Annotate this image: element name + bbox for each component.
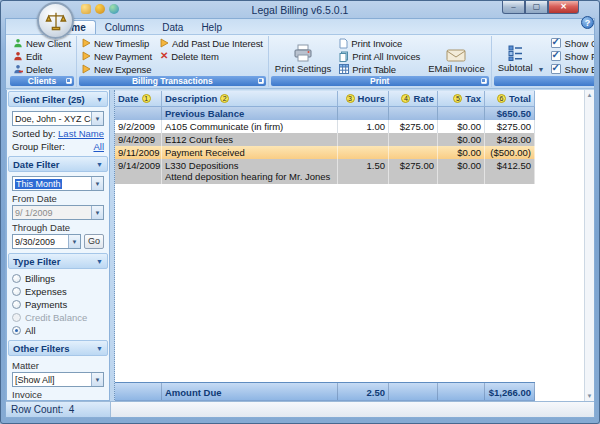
document-icon: [339, 38, 348, 49]
print-invoice-button[interactable]: Print Invoice: [337, 37, 422, 49]
cell-tax: $0.00: [438, 120, 485, 133]
column-header-description[interactable]: Description 2: [162, 91, 338, 106]
group-filter-label: Group Filter:: [12, 141, 65, 152]
close-button[interactable]: ✕: [548, 1, 579, 14]
from-date-field[interactable]: 9/ 1/2009 ▼: [12, 205, 104, 220]
filter-sidebar: Client Filter (25) ▼ Doe, John - XYZ Cor…: [6, 90, 110, 401]
horizontal-scrollbar[interactable]: [111, 402, 594, 417]
ribbon-group-print: Print Settings Print Invoice: [269, 36, 492, 87]
table-row[interactable]: 9/2/2009 A105 Communicate (in firm) 1.00…: [115, 120, 535, 133]
edit-client-button[interactable]: Edit: [11, 50, 73, 62]
tab-help[interactable]: Help: [192, 21, 231, 34]
quick-access-icon-2[interactable]: [95, 4, 105, 14]
cell-rate: $275.00: [389, 120, 438, 133]
client-filter-header[interactable]: Client Filter (25) ▼: [8, 91, 108, 107]
delete-item-button[interactable]: ✕ Delete Item: [158, 50, 265, 62]
delete-client-button[interactable]: Delete: [11, 63, 73, 75]
dropdown-arrow-icon: ▼: [91, 112, 103, 125]
email-invoice-button[interactable]: EMail Invoice: [425, 37, 488, 75]
cell-total: $412.50: [485, 159, 535, 184]
through-date-field[interactable]: 9/30/2009 ▼: [12, 234, 81, 249]
through-date-label: Through Date: [12, 222, 104, 232]
radio-icon: [12, 287, 21, 296]
help-button[interactable]: ?: [581, 16, 594, 29]
cell-date: 9/2/2009: [115, 120, 162, 133]
tab-columns[interactable]: Columns: [96, 21, 153, 34]
cell-hours: [338, 133, 389, 146]
person-edit-icon: [13, 51, 23, 61]
radio-payments[interactable]: Payments: [12, 299, 104, 310]
other-filters-header[interactable]: Other Filters ▼: [8, 340, 108, 356]
scroll-up-icon[interactable]: ▲: [587, 90, 593, 100]
radio-expenses[interactable]: Expenses: [12, 286, 104, 297]
group-caption-print: Print: [271, 76, 489, 86]
checkbox-icon: [551, 64, 561, 74]
radio-all[interactable]: All: [12, 325, 104, 336]
column-header-rate[interactable]: 4 Rate: [389, 91, 438, 106]
cell-comment: Attend deposition hearing for Mr. Jones: [165, 171, 334, 182]
date-filter-header[interactable]: Date Filter ▼: [8, 156, 108, 172]
column-number-badge: 6: [497, 94, 506, 103]
matter-select[interactable]: [Show All] ▼: [12, 372, 104, 387]
cell-tax: $0.00: [438, 159, 485, 184]
subtotal-dropdown-icon[interactable]: ▼: [538, 66, 545, 74]
printer-icon: [293, 44, 313, 62]
dropdown-arrow-icon: ▼: [91, 177, 103, 190]
cell-date: 9/4/2009: [115, 133, 162, 146]
new-timeslip-button[interactable]: New Timeslip: [80, 37, 154, 49]
gold-arrow-icon: [82, 64, 91, 74]
chevron-down-icon: ▼: [96, 345, 103, 352]
new-payment-button[interactable]: New Payment: [80, 50, 154, 62]
grid-header-row: Date 1 Description 2 3 Hours 4 Rate: [115, 90, 535, 107]
add-past-due-interest-button[interactable]: Add Past Due Interest: [158, 37, 265, 49]
dialog-launcher-icon[interactable]: [66, 78, 72, 84]
tab-data[interactable]: Data: [153, 21, 192, 34]
table-row[interactable]: 9/4/2009 E112 Court fees $0.00 $428.00: [115, 133, 535, 146]
sorted-by-label: Sorted by:: [12, 128, 55, 139]
cell-tax: $0.00: [438, 146, 485, 159]
quick-access-icon-1[interactable]: [81, 4, 91, 14]
dialog-launcher-icon[interactable]: [258, 78, 264, 84]
table-row[interactable]: 9/14/2009 L330 Depositions Attend deposi…: [115, 159, 535, 184]
column-header-tax[interactable]: 5 Tax: [438, 91, 485, 106]
quick-access-icon-3[interactable]: [109, 4, 119, 14]
app-menu-orb[interactable]: [37, 2, 74, 39]
print-all-invoices-button[interactable]: Print All Invoices: [337, 50, 422, 62]
vertical-scrollbar[interactable]: ▲ ▼: [584, 90, 594, 401]
cell-total: $428.00: [485, 133, 535, 146]
sorted-by-link[interactable]: Last Name: [58, 128, 104, 139]
radio-billings[interactable]: Billings: [12, 273, 104, 284]
bottom-bar: Row Count: 4: [6, 401, 594, 417]
table-row-payment-highlighted[interactable]: 9/11/2009 Payment Received $0.00 ($500.0…: [115, 146, 535, 159]
column-number-badge: 5: [453, 94, 462, 103]
show-bands-checkbox[interactable]: Show Bands: [551, 63, 595, 75]
radio-credit-balance: Credit Balance: [12, 312, 104, 323]
ribbon-group-billing-transactions: New Timeslip New Payment N: [77, 36, 269, 87]
scroll-down-icon[interactable]: ▼: [587, 391, 593, 401]
grid-empty-area: [115, 184, 584, 382]
cell-date: 9/11/2009: [115, 146, 162, 159]
show-previous-balance-checkbox[interactable]: Show Previous Balance: [551, 50, 595, 62]
client-select[interactable]: Doe, John - XYZ Corporation ▼: [12, 111, 104, 126]
column-number-badge: 2: [220, 94, 229, 103]
group-filter-link[interactable]: All: [93, 141, 104, 152]
subtotal-button[interactable]: Subtotal: [495, 44, 536, 74]
column-header-total[interactable]: 6 Total: [485, 91, 535, 106]
type-filter-header[interactable]: Type Filter ▼: [8, 253, 108, 269]
group-caption-clients: Clients: [10, 76, 74, 86]
scales-of-justice-icon: [45, 10, 67, 32]
show-comments-checkbox[interactable]: Show Comments: [551, 37, 595, 49]
minimize-button[interactable]: –: [502, 1, 525, 14]
print-table-button[interactable]: Print Table: [337, 63, 422, 75]
new-expense-button[interactable]: New Expense: [80, 63, 154, 75]
new-client-button[interactable]: New Client: [11, 37, 73, 49]
print-settings-button[interactable]: Print Settings: [272, 37, 335, 75]
person-add-icon: [13, 38, 23, 48]
cell-rate: [389, 146, 438, 159]
maximize-button[interactable]: ▢: [525, 1, 548, 14]
date-range-select[interactable]: This Month ▼: [12, 176, 104, 191]
column-header-date[interactable]: Date 1: [115, 91, 162, 106]
column-header-hours[interactable]: 3 Hours: [338, 91, 389, 106]
go-button[interactable]: Go: [84, 234, 104, 249]
dialog-launcher-icon[interactable]: [481, 78, 487, 84]
